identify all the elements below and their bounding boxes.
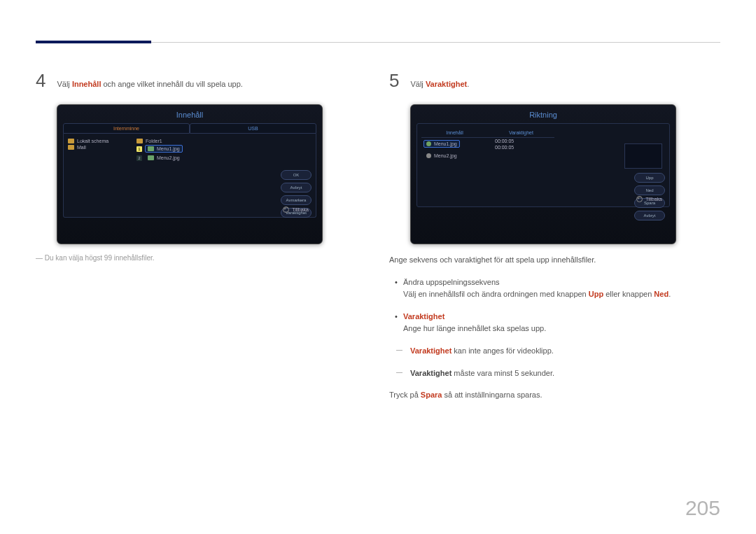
page-number: 205 <box>685 496 720 520</box>
tab-label: Internminne <box>113 126 139 131</box>
panel-title: Riktning <box>416 111 670 119</box>
term: Varaktighet <box>410 346 451 355</box>
seq-line: Välj en innehållsfil och ändra ordningen… <box>403 290 671 298</box>
text: Välj <box>410 80 425 88</box>
panel-body: Innehåll Menu1.jpg Menu2.jpg Varaktighet… <box>416 123 670 207</box>
footnote-text: Du kan välja högst 99 innehållsfiler. <box>45 254 155 262</box>
cancel-button[interactable]: Avbryt <box>634 211 665 220</box>
text: måste vara minst 5 sekunder. <box>451 369 554 377</box>
seq-bullet: Ändra uppspelningssekvens Välj en innehå… <box>403 276 718 301</box>
intro-line: Ange sekvens och varaktighet för att spe… <box>389 254 718 267</box>
selected-icon <box>426 141 431 146</box>
file-item[interactable]: Menu2.jpg <box>145 154 183 162</box>
image-icon <box>148 146 154 151</box>
image-icon <box>148 155 154 160</box>
folder-item[interactable]: Mall <box>68 144 124 150</box>
text: Tryck på <box>389 391 421 399</box>
cancel-button[interactable]: Avbryt <box>281 183 312 192</box>
folder-item[interactable]: Lokalt schema <box>68 138 124 144</box>
list-item[interactable]: Menu1.jpg <box>424 140 460 148</box>
folder-list: Lokalt schema Mall <box>68 138 124 162</box>
term: Varaktighet <box>426 80 467 88</box>
text: . <box>668 290 671 298</box>
dur-bullet: Varaktighet Ange hur länge innehållet sk… <box>403 311 718 335</box>
file-label: Menu2.jpg <box>157 155 180 160</box>
term: Varaktighet <box>410 369 451 377</box>
file-row: 1 Menu1.jpg <box>136 144 183 153</box>
header-accent <box>36 41 151 43</box>
file-index: 2 <box>136 155 142 161</box>
left-column: 4 Välj Innehåll och ange vilket innehåll… <box>36 70 365 262</box>
dur-note-2: Varaktighet måste vara minst 5 sekunder. <box>410 367 718 380</box>
duration-cell: 00:00:05 <box>488 144 554 150</box>
footer-back[interactable]: Tillbaka <box>283 206 309 213</box>
item-label: Menu1.jpg <box>434 141 457 146</box>
term: Spara <box>421 391 442 399</box>
button-label: Avmarkera <box>286 198 307 202</box>
step-4-text: Välj Innehåll och ange vilket innehåll d… <box>57 78 242 90</box>
term: Ned <box>654 290 668 298</box>
button-label: OK <box>293 173 300 177</box>
up-button[interactable]: Upp <box>634 173 665 183</box>
return-icon <box>283 206 289 213</box>
tab-internminne[interactable]: Internminne <box>63 123 190 134</box>
text: eller knappen <box>603 290 654 298</box>
text: Välj <box>57 80 71 88</box>
seq-heading: Ändra uppspelningssekvens <box>403 278 500 286</box>
duration-value: 00:00:05 <box>495 139 514 143</box>
tab-label: USB <box>248 126 258 131</box>
tab-bar: Internminne USB <box>63 123 316 134</box>
riktning-panel: Riktning Innehåll Menu1.jpg Menu2.jpg Va… <box>410 104 676 244</box>
button-label: Avbryt <box>290 185 302 190</box>
folder-icon <box>68 145 74 150</box>
text: kan inte anges för videoklipp. <box>451 346 554 355</box>
duration-value: 00:00:05 <box>495 145 514 150</box>
step-4-row: 4 Välj Innehåll och ange vilket innehåll… <box>36 70 365 92</box>
folder-label: Folder1 <box>146 139 162 143</box>
folder-item[interactable]: Folder1 <box>136 138 183 144</box>
step-number: 5 <box>389 70 399 92</box>
tab-usb[interactable]: USB <box>190 123 316 134</box>
preview-box <box>624 143 662 169</box>
back-label: Tillbaka <box>645 197 662 202</box>
return-icon <box>636 196 643 202</box>
file-item[interactable]: Menu1.jpg <box>145 145 183 153</box>
unselected-icon <box>426 153 431 158</box>
duration-cell: 00:00:05 <box>488 138 554 144</box>
dur-note-1: Varaktighet kan inte anges för videoklip… <box>410 345 718 358</box>
col-header-duration: Varaktighet <box>488 128 554 138</box>
item-label: Menu2.jpg <box>434 153 457 158</box>
term: Innehåll <box>72 80 102 88</box>
folder-icon <box>68 139 74 143</box>
term: Upp <box>589 290 603 298</box>
save-line: Tryck på Spara så att inställningarna sp… <box>389 389 718 402</box>
back-label: Tillbaka <box>292 207 309 212</box>
step-5-row: 5 Välj Varaktighet. <box>389 70 718 92</box>
button-label: Upp <box>645 176 653 180</box>
button-label: Ned <box>645 188 653 192</box>
folder-icon <box>136 139 143 143</box>
step-5-text: Välj Varaktighet. <box>410 78 469 90</box>
button-label: Avbryt <box>644 213 656 218</box>
folder-label: Lokalt schema <box>77 139 108 143</box>
file-index: 1 <box>136 146 142 152</box>
footer-back[interactable]: Tillbaka <box>636 196 662 202</box>
file-list: Folder1 1 Menu1.jpg 2 Menu2.jpg <box>136 138 183 162</box>
folder-label: Mall <box>77 145 86 150</box>
innehall-panel: Innehåll Internminne USB Lokalt schema M… <box>57 104 323 244</box>
down-button[interactable]: Ned <box>634 185 665 195</box>
panel-body: Lokalt schema Mall Folder1 1 Menu1.jpg 2… <box>63 134 316 218</box>
deselect-button[interactable]: Avmarkera <box>281 195 312 205</box>
panel-title: Innehåll <box>63 111 316 119</box>
text: så att inställningarna sparas. <box>442 391 542 399</box>
col-header-content: Innehåll <box>421 128 488 138</box>
footnote: ― Du kan välja högst 99 innehållsfiler. <box>36 254 365 262</box>
step-number: 4 <box>36 70 46 92</box>
file-row: 2 Menu2.jpg <box>136 153 183 162</box>
text: . <box>467 80 469 88</box>
ok-button[interactable]: OK <box>281 170 312 180</box>
list-item[interactable]: Menu2.jpg <box>424 152 460 160</box>
file-label: Menu1.jpg <box>157 146 180 151</box>
dur-desc: Ange hur länge innehållet ska spelas upp… <box>403 324 546 332</box>
text: Välj en innehållsfil och ändra ordningen… <box>403 290 589 298</box>
